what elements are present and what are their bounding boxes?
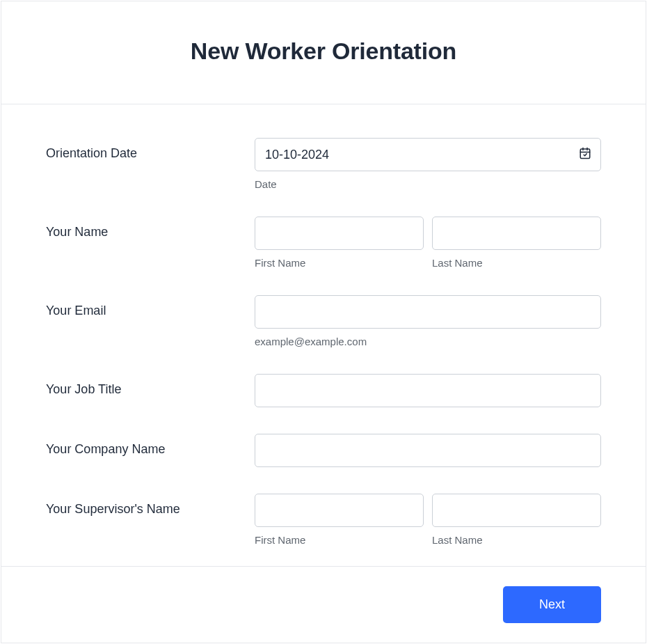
job-title-label: Your Job Title [46,382,121,396]
row-your-email: Your Email example@example.com [46,295,601,347]
row-your-name: Your Name First Name Last Name [46,217,601,269]
label-col: Your Name [46,217,255,239]
supervisor-last-subfield: Last Name [432,494,601,546]
last-name-subfield: Last Name [432,217,601,269]
input-col: First Name Last Name [255,217,601,269]
supervisor-name-label: Your Supervisor's Name [46,502,180,516]
next-button[interactable]: Next [503,586,601,623]
form-page: New Worker Orientation Orientation Date [1,1,646,643]
input-col: Date [255,138,601,190]
row-orientation-date: Orientation Date Date [46,138,601,190]
form-body: Orientation Date Date [1,104,646,566]
supervisor-first-name-input[interactable] [255,494,424,527]
first-name-sublabel: First Name [255,257,424,269]
page-title: New Worker Orientation [15,38,632,65]
name-two-cols: First Name Last Name [255,217,601,269]
orientation-date-sublabel: Date [255,178,601,190]
label-col: Orientation Date [46,138,255,161]
job-title-input[interactable] [255,374,601,407]
supervisor-two-cols: First Name Last Name [255,494,601,546]
input-col: First Name Last Name [255,494,601,546]
label-col: Your Supervisor's Name [46,494,255,517]
row-job-title: Your Job Title [46,374,601,407]
label-col: Your Email [46,295,255,318]
your-email-label: Your Email [46,304,106,317]
first-name-input[interactable] [255,217,424,250]
company-name-input[interactable] [255,434,601,467]
supervisor-first-sublabel: First Name [255,534,424,546]
row-supervisor-name: Your Supervisor's Name First Name Last N… [46,494,601,546]
email-sublabel: example@example.com [255,336,601,347]
orientation-date-input[interactable] [255,138,601,171]
email-input[interactable] [255,295,601,329]
label-col: Your Job Title [46,374,255,397]
last-name-input[interactable] [432,217,601,250]
input-col: example@example.com [255,295,601,347]
supervisor-last-sublabel: Last Name [432,534,601,546]
date-input-wrap [255,138,601,171]
company-name-label: Your Company Name [46,442,165,456]
label-col: Your Company Name [46,434,255,457]
orientation-date-label: Orientation Date [46,146,137,160]
your-name-label: Your Name [46,225,108,239]
supervisor-last-name-input[interactable] [432,494,601,527]
supervisor-first-subfield: First Name [255,494,424,546]
input-col [255,374,601,407]
last-name-sublabel: Last Name [432,257,601,269]
input-col [255,434,601,467]
first-name-subfield: First Name [255,217,424,269]
form-header: New Worker Orientation [1,1,646,104]
form-footer: Next [1,566,646,643]
row-company-name: Your Company Name [46,434,601,467]
